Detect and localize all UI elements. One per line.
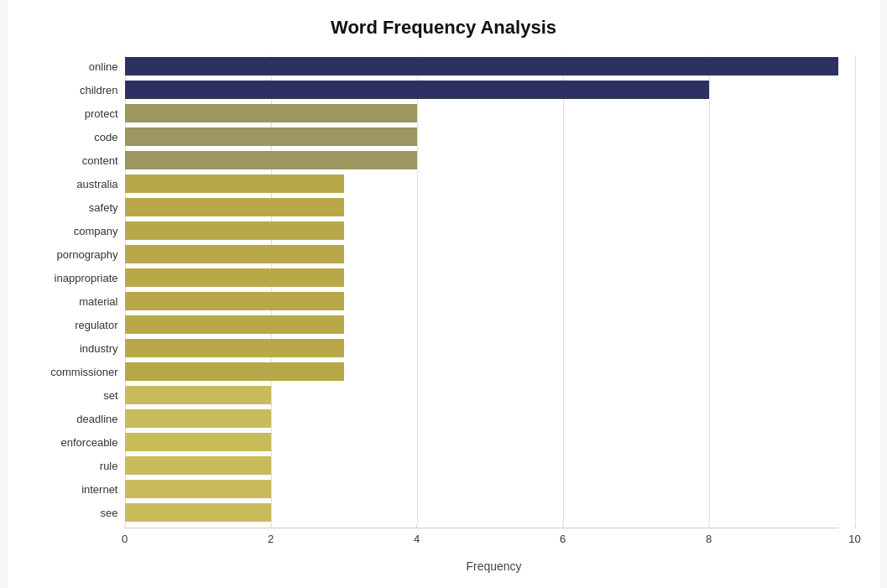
bar-row: rule — [125, 455, 838, 476]
chart-plot: onlinechildrenprotectcodecontentaustrali… — [125, 55, 838, 523]
bar-label: protect — [26, 107, 118, 120]
bar-row: company — [125, 220, 838, 242]
bar-label: content — [26, 154, 118, 167]
bar-row: inappropriate — [125, 267, 838, 289]
bar-label: pornography — [26, 248, 118, 261]
x-tick: 4 — [414, 528, 420, 545]
bar — [125, 127, 417, 146]
bar — [125, 480, 271, 498]
bar-label: internet — [26, 483, 118, 496]
x-tick: 6 — [560, 528, 566, 545]
chart-container: Word Frequency Analysis onlinechildrenpr… — [8, 0, 880, 588]
bar-row: enforceable — [125, 431, 838, 453]
bar-label: children — [26, 84, 118, 96]
bar-row: deadline — [125, 408, 838, 429]
x-tick: 0 — [122, 528, 128, 545]
bar-row: commissioner — [125, 361, 838, 382]
bar-label: australia — [26, 178, 118, 190]
bar — [125, 292, 344, 310]
bar — [125, 503, 271, 522]
bar — [125, 362, 344, 381]
bar-row: set — [125, 384, 838, 406]
bar — [125, 409, 271, 428]
bar-label: commissioner — [26, 366, 118, 378]
bar-label: online — [26, 60, 118, 73]
bar-label: material — [26, 295, 118, 308]
bar-label: safety — [26, 201, 118, 214]
bar — [125, 57, 838, 75]
bar — [125, 104, 417, 122]
bar — [125, 433, 271, 451]
x-axis-label: Frequency — [125, 559, 864, 573]
bar — [125, 339, 344, 357]
bar — [125, 81, 709, 99]
x-tick: 2 — [268, 528, 274, 545]
bar-label: set — [26, 389, 118, 402]
bar-row: children — [125, 79, 838, 101]
bar — [125, 221, 344, 240]
bar-label: see — [26, 507, 118, 519]
bar-row: code — [125, 126, 838, 148]
bar-label: code — [26, 131, 118, 143]
bar-label: rule — [26, 460, 118, 472]
bar — [125, 386, 271, 404]
bar-label: regulator — [26, 319, 118, 331]
bar-row: content — [125, 149, 838, 171]
bar-row: protect — [125, 102, 838, 124]
bar-label: inappropriate — [26, 272, 118, 284]
bar-row: online — [125, 55, 838, 77]
bar-row: regulator — [125, 314, 838, 336]
bar — [125, 456, 271, 475]
bar — [125, 268, 344, 287]
bar-label: deadline — [26, 413, 118, 425]
chart-title: Word Frequency Analysis — [24, 17, 864, 39]
bar — [125, 245, 344, 263]
x-tick: 10 — [848, 528, 860, 545]
x-tick: 8 — [706, 528, 712, 545]
bar — [125, 174, 344, 193]
bar-row: australia — [125, 173, 838, 195]
bar-row: see — [125, 502, 838, 523]
bar-row: internet — [125, 478, 838, 500]
bar-label: company — [26, 225, 118, 237]
bar — [125, 315, 344, 334]
bar-label: enforceable — [26, 436, 118, 449]
bar-row: pornography — [125, 243, 838, 265]
grid-line — [855, 55, 856, 523]
bar-row: safety — [125, 196, 838, 218]
x-axis: 0246810 — [125, 528, 838, 553]
bar-row: industry — [125, 337, 838, 359]
bar-row: material — [125, 290, 838, 312]
bar — [125, 198, 344, 216]
bar — [125, 151, 417, 169]
bars-area: onlinechildrenprotectcodecontentaustrali… — [125, 55, 838, 523]
bar-label: industry — [26, 342, 118, 355]
